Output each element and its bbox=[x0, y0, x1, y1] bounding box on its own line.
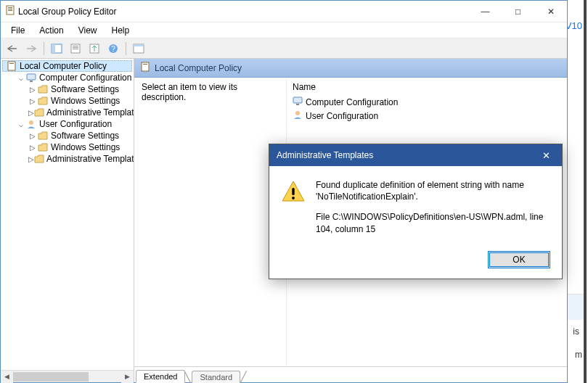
expand-icon[interactable]: ▷ bbox=[28, 144, 37, 152]
close-button[interactable]: ✕ bbox=[534, 1, 567, 22]
tree-windows-settings-user[interactable]: ▷ Windows Settings bbox=[2, 141, 132, 153]
tree-software-settings[interactable]: ▷ Software Settings bbox=[2, 83, 132, 95]
collapse-icon[interactable]: ⌵ bbox=[17, 74, 25, 82]
help-button[interactable]: ? bbox=[105, 41, 122, 57]
svg-rect-7 bbox=[73, 46, 78, 46]
folder-icon bbox=[37, 83, 49, 95]
svg-rect-1 bbox=[8, 7, 12, 8]
svg-rect-5 bbox=[52, 44, 55, 53]
properties-button[interactable] bbox=[67, 41, 84, 57]
description-text: Select an item to view its description. bbox=[142, 82, 237, 102]
folder-icon bbox=[34, 153, 44, 165]
list-item[interactable]: Computer Configuration bbox=[291, 95, 563, 109]
filter-button[interactable] bbox=[130, 41, 147, 57]
menu-help[interactable]: Help bbox=[106, 24, 136, 37]
menubar: File Action View Help bbox=[1, 22, 567, 38]
tree-node-label: Windows Settings bbox=[51, 96, 120, 106]
svg-rect-18 bbox=[30, 81, 33, 82]
menu-action[interactable]: Action bbox=[33, 24, 69, 37]
expand-icon[interactable]: ▷ bbox=[28, 109, 34, 117]
app-icon bbox=[5, 5, 15, 17]
tree-user-config[interactable]: ⌵ User Configuration bbox=[2, 118, 132, 130]
dialog-titlebar[interactable]: Administrative Templates ✕ bbox=[269, 144, 562, 166]
dialog-close-button[interactable]: ✕ bbox=[530, 144, 562, 166]
tab-standard[interactable]: Standard bbox=[192, 371, 240, 383]
error-dialog: Administrative Templates ✕ Found duplica… bbox=[269, 144, 563, 279]
tree-admin-templates-user[interactable]: ▷ Administrative Templates bbox=[2, 153, 132, 165]
tree-node-label: Windows Settings bbox=[51, 142, 120, 152]
maximize-button[interactable]: □ bbox=[502, 1, 534, 22]
window-title: Local Group Policy Editor bbox=[15, 7, 469, 17]
dialog-message-line1: Found duplicate definition of element st… bbox=[316, 179, 550, 202]
list-item-label: User Configuration bbox=[306, 111, 378, 121]
forward-button[interactable] bbox=[23, 41, 40, 57]
list-item[interactable]: User Configuration bbox=[291, 109, 563, 123]
dialog-message-line2: File C:\WINDOWS\PolicyDefinitions\en-US\… bbox=[316, 211, 550, 234]
tree-node-label: Software Settings bbox=[51, 84, 119, 94]
policy-icon bbox=[6, 60, 17, 72]
back-button[interactable] bbox=[4, 41, 21, 57]
menu-view[interactable]: View bbox=[73, 24, 103, 37]
tree-node-label: Software Settings bbox=[51, 131, 119, 141]
scroll-thumb[interactable] bbox=[13, 372, 89, 382]
policy-icon bbox=[140, 62, 150, 74]
tab-divider: ╱ bbox=[240, 374, 247, 382]
svg-rect-9 bbox=[73, 49, 78, 49]
dialog-message: Found duplicate definition of element st… bbox=[316, 179, 550, 235]
show-hide-tree-button[interactable] bbox=[48, 41, 65, 57]
warning-icon bbox=[281, 179, 306, 235]
expand-icon[interactable]: ▷ bbox=[28, 155, 34, 163]
svg-point-19 bbox=[29, 120, 33, 125]
folder-icon bbox=[37, 141, 49, 153]
folder-icon bbox=[34, 107, 44, 118]
background-text-v10: V10 bbox=[565, 20, 582, 31]
expand-icon[interactable]: ▷ bbox=[28, 86, 37, 94]
toolbar: ? bbox=[1, 38, 567, 59]
ok-button[interactable]: OK bbox=[488, 251, 550, 268]
background-window-border bbox=[584, 0, 587, 383]
svg-rect-14 bbox=[134, 44, 144, 46]
svg-point-26 bbox=[292, 197, 295, 199]
svg-rect-8 bbox=[73, 47, 78, 48]
tree-node-label: User Configuration bbox=[39, 119, 112, 129]
export-button[interactable] bbox=[86, 41, 103, 57]
menu-file[interactable]: File bbox=[5, 24, 30, 37]
tree-node-label: Administrative Templates bbox=[46, 154, 134, 164]
tree-computer-config[interactable]: ⌵ Computer Configuration bbox=[2, 72, 132, 83]
content-header: Local Computer Policy bbox=[134, 59, 567, 78]
tree-node-label: Computer Configuration bbox=[39, 73, 131, 83]
svg-rect-17 bbox=[27, 74, 36, 80]
svg-rect-2 bbox=[8, 9, 12, 9]
folder-icon bbox=[37, 95, 49, 107]
user-icon bbox=[293, 110, 303, 122]
tree-panel: Local Computer Policy ⌵ Computer Configu… bbox=[1, 59, 134, 382]
computer-icon bbox=[25, 72, 37, 83]
user-icon bbox=[25, 118, 37, 130]
expand-icon[interactable]: ▷ bbox=[28, 132, 37, 140]
tab-extended[interactable]: Extended bbox=[136, 370, 185, 383]
folder-icon bbox=[37, 130, 49, 141]
scroll-track[interactable] bbox=[13, 371, 121, 382]
scroll-right-button[interactable]: ▶ bbox=[121, 371, 134, 383]
tree-software-settings-user[interactable]: ▷ Software Settings bbox=[2, 130, 132, 141]
dialog-title: Administrative Templates bbox=[277, 150, 373, 160]
tab-divider: ╲ bbox=[184, 374, 192, 382]
list-item-label: Computer Configuration bbox=[306, 97, 398, 107]
description-column: Select an item to view its description. bbox=[134, 78, 287, 366]
expand-icon[interactable]: ▷ bbox=[28, 97, 37, 105]
scroll-left-button[interactable]: ◀ bbox=[1, 371, 13, 383]
collapse-icon[interactable]: ⌵ bbox=[17, 120, 25, 128]
tree-root[interactable]: Local Computer Policy bbox=[2, 60, 132, 72]
toolbar-separator bbox=[44, 42, 44, 55]
svg-rect-23 bbox=[296, 104, 299, 105]
svg-rect-20 bbox=[142, 62, 149, 71]
titlebar[interactable]: Local Group Policy Editor — □ ✕ bbox=[1, 1, 567, 22]
background-text-m: m bbox=[575, 350, 582, 360]
tree-windows-settings[interactable]: ▷ Windows Settings bbox=[2, 95, 132, 107]
column-header-name[interactable]: Name bbox=[291, 81, 563, 95]
tree-horizontal-scrollbar[interactable]: ◀ ▶ bbox=[1, 370, 134, 382]
tree-admin-templates[interactable]: ▷ Administrative Templates bbox=[2, 107, 132, 118]
tree-node-label: Administrative Templates bbox=[46, 107, 134, 118]
minimize-button[interactable]: — bbox=[469, 1, 502, 22]
toolbar-separator bbox=[126, 42, 126, 55]
